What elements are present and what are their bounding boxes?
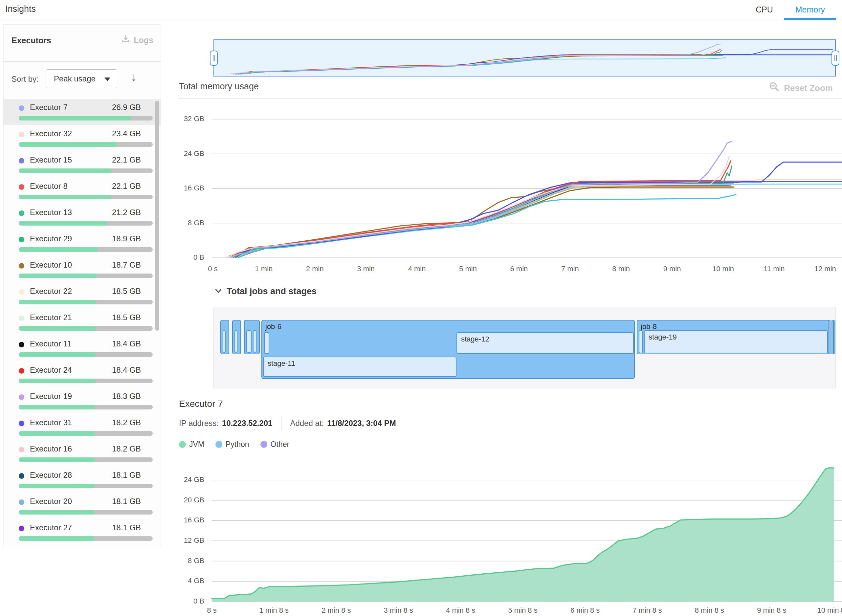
executors-header: Executors Logs: [4, 25, 161, 62]
executor-list-item[interactable]: Executor 1918.3 GB: [4, 388, 161, 414]
total-memory-chart[interactable]: [212, 102, 842, 260]
executor-name: Executor 21: [30, 313, 72, 322]
executor-list-item[interactable]: Executor 1118.4 GB: [4, 335, 161, 362]
stage-sliver[interactable]: [253, 330, 257, 353]
job-bar-small[interactable]: [220, 320, 229, 354]
job-label: job-6: [266, 323, 282, 331]
x-axis-tick: 10 min 8 s: [817, 606, 842, 615]
executor-name: Executor 20: [30, 497, 72, 506]
legend-dot: [179, 441, 186, 448]
download-icon: [121, 34, 131, 45]
executor-list-item[interactable]: Executor 2118.5 GB: [4, 309, 161, 335]
executor-list-item[interactable]: Executor 1618.2 GB: [4, 440, 161, 466]
executor-usage-fill: [19, 116, 131, 120]
executor-name: Executor 8: [30, 182, 67, 191]
stage-sliver[interactable]: [246, 330, 252, 353]
executor-usage-bar: [19, 510, 153, 515]
sidebar-scrollbar-thumb[interactable]: [155, 101, 159, 331]
brush-handle-left[interactable]: [210, 51, 218, 66]
executor-usage-bar: [19, 142, 153, 147]
executor-color-dot: [19, 184, 24, 190]
zoom-minimap[interactable]: [213, 40, 836, 76]
x-axis-tick: 2 min: [306, 265, 324, 273]
legend-item: Other: [260, 440, 290, 449]
executor-usage-fill: [19, 536, 95, 541]
stage-bar[interactable]: stage-11: [263, 356, 456, 377]
job-bar-sliver[interactable]: [835, 320, 836, 354]
executor-color-dot: [19, 132, 24, 137]
executor-peak-value: 18.7 GB: [112, 260, 141, 270]
executor-list-item[interactable]: Executor 1018.7 GB: [4, 257, 161, 283]
executor-color-dot: [19, 395, 24, 400]
stage-sliver[interactable]: [264, 332, 269, 354]
executor-usage-bar: [19, 536, 153, 541]
executor-peak-value: 18.5 GB: [112, 287, 141, 296]
x-axis-tick: 10 min: [712, 265, 734, 273]
sort-select-value: Peak usage: [54, 74, 95, 84]
jobs-stages-toggle[interactable]: Total jobs and stages: [214, 286, 317, 296]
executor-name: Executor 32: [30, 129, 72, 138]
executor-list-item[interactable]: Executor 822.1 GB: [4, 177, 161, 204]
executor-list-item[interactable]: Executor 726.9 GB: [4, 99, 161, 125]
sort-direction-button[interactable]: ↓: [131, 70, 136, 84]
job-bar-sliver[interactable]: [832, 320, 834, 354]
x-axis-tick: 8 s: [207, 606, 216, 615]
executor-memory-chart[interactable]: [212, 469, 842, 614]
executor-usage-fill: [19, 405, 95, 409]
executor-peak-value: 23.4 GB: [112, 129, 141, 138]
executor-list-item[interactable]: Executor 2718.1 GB: [4, 519, 161, 546]
executor-name: Executor 24: [30, 365, 72, 375]
sort-by-label: Sort by:: [12, 75, 39, 84]
tab-memory[interactable]: Memory: [784, 0, 836, 19]
executor-list-item[interactable]: Executor 2418.4 GB: [4, 362, 161, 388]
job-bar[interactable]: job-8stage-19: [637, 320, 830, 354]
job-bar-sliver[interactable]: [829, 320, 830, 354]
x-axis-tick: 1 min 8 s: [260, 606, 289, 615]
executor-list-item[interactable]: Executor 2218.5 GB: [4, 283, 161, 309]
executor-list-item[interactable]: Executor 2918.9 GB: [4, 230, 161, 257]
zoom-out-icon: [769, 81, 780, 95]
stage-bar[interactable]: stage-19: [644, 330, 828, 353]
insights-page: Insights CPU Memory Executors Logs Sort …: [0, 0, 842, 616]
job-bar-small[interactable]: [232, 320, 241, 354]
stage-sliver[interactable]: [639, 330, 643, 353]
page-title: Insights: [5, 4, 36, 14]
tab-cpu[interactable]: CPU: [744, 0, 784, 19]
executor-color-dot: [19, 526, 24, 531]
stage-label: stage-12: [461, 335, 489, 343]
sort-select[interactable]: Peak usage: [45, 69, 117, 88]
logs-label: Logs: [133, 35, 153, 45]
executor-list-item[interactable]: Executor 1522.1 GB: [4, 151, 161, 177]
executor-list-item[interactable]: Executor 1321.2 GB: [4, 204, 161, 230]
brush-handle-right[interactable]: [832, 51, 839, 66]
x-axis-tick: 7 min: [561, 265, 579, 273]
executor-usage-bar: [19, 458, 153, 462]
total-memory-title: Total memory usage: [179, 81, 259, 92]
job-bar[interactable]: job-6stage-12stage-11: [261, 320, 635, 379]
logs-button[interactable]: Logs: [121, 34, 153, 45]
executor-name: Executor 13: [30, 208, 72, 217]
stage-sliver[interactable]: [223, 330, 226, 353]
job-label: job-8: [641, 323, 657, 331]
added-value: 11/8/2023, 3:04 PM: [327, 419, 396, 428]
executor-usage-bar: [19, 169, 153, 173]
executor-usage-fill: [19, 300, 96, 304]
executor-name: Executor 28: [30, 471, 72, 480]
job-bar-small[interactable]: [244, 320, 260, 354]
executor-list-item[interactable]: Executor 3223.4 GB: [4, 125, 161, 151]
stage-sliver[interactable]: [235, 330, 238, 353]
legend-label: Python: [226, 440, 249, 449]
executor-usage-bar: [19, 405, 153, 409]
stage-bar[interactable]: stage-12: [456, 332, 634, 354]
executor-usage-fill: [19, 510, 95, 515]
header: Insights CPU Memory: [0, 0, 842, 21]
reset-zoom-button[interactable]: Reset Zoom: [769, 81, 833, 95]
executor-name: Executor 19: [30, 392, 72, 401]
executor-peak-value: 18.2 GB: [112, 418, 141, 427]
y-axis-tick: 20 GB: [178, 496, 204, 505]
executor-usage-bar: [19, 274, 153, 278]
executor-list-item[interactable]: Executor 2018.1 GB: [4, 493, 161, 519]
executor-list-item[interactable]: Executor 2818.1 GB: [4, 466, 161, 493]
executor-list-item[interactable]: Executor 3118.2 GB: [4, 414, 161, 440]
executor-color-dot: [19, 421, 24, 426]
